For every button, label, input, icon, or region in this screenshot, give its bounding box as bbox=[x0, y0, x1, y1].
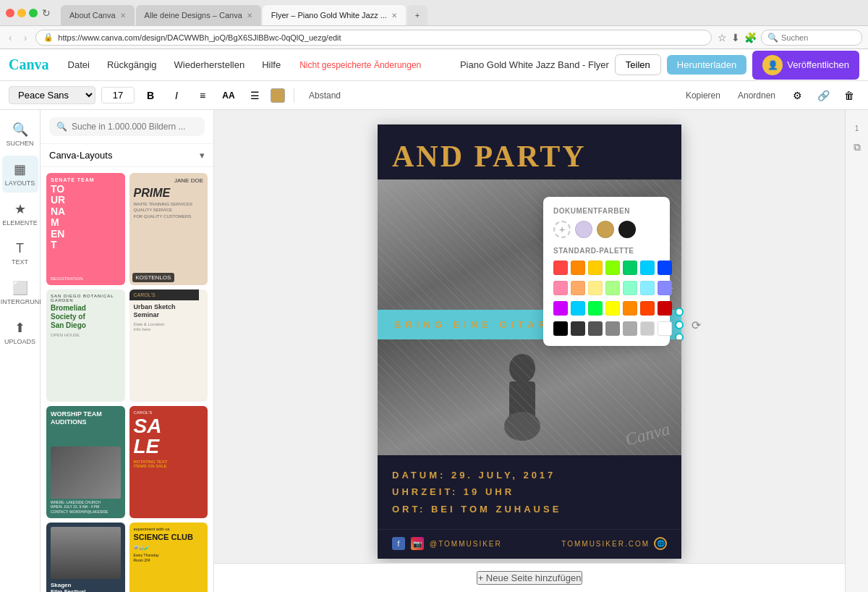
color-pink[interactable] bbox=[553, 281, 568, 295]
color-lime[interactable] bbox=[605, 261, 620, 275]
color-lavender[interactable] bbox=[658, 281, 672, 295]
color-sky[interactable] bbox=[640, 281, 655, 295]
font-family-select[interactable]: Peace Sans bbox=[9, 86, 95, 104]
doc-swatch-2[interactable] bbox=[597, 221, 614, 238]
menu-undo[interactable]: Rückgängig bbox=[103, 56, 161, 73]
color-white[interactable] bbox=[658, 321, 672, 336]
tab-new[interactable]: + bbox=[407, 5, 427, 25]
menu-file[interactable]: Datei bbox=[64, 56, 94, 73]
minimize-window-btn[interactable] bbox=[17, 9, 26, 17]
tab-flyer[interactable]: Flyer – Piano Gold White Jazz ... ✕ bbox=[263, 5, 406, 25]
color-mid-gray[interactable] bbox=[588, 321, 603, 336]
menu-help[interactable]: Hilfe bbox=[258, 56, 285, 73]
download-indicator-icon[interactable]: ⬇ bbox=[731, 32, 740, 43]
color-peach[interactable] bbox=[571, 281, 585, 295]
search-wrap[interactable]: 🔍 bbox=[49, 117, 205, 136]
text-size-button[interactable]: AA bbox=[218, 85, 239, 106]
browser-search-bar[interactable]: 🔍 bbox=[761, 30, 862, 46]
more-options-btn[interactable]: ⚙ bbox=[787, 85, 807, 106]
maximize-window-btn[interactable] bbox=[29, 9, 38, 17]
instagram-icon[interactable]: 📷 bbox=[411, 537, 424, 550]
url-bar[interactable]: 🔒 https://www.canva.com/design/DACWWBh_j… bbox=[35, 30, 712, 46]
template-prime[interactable]: JANE DOE PRIME WHITE TRAINING SERVICESQU… bbox=[129, 173, 208, 285]
bold-button[interactable]: B bbox=[140, 85, 161, 106]
template-sale[interactable]: CAROL'S SALE ROTATING TEXTITEMS ON SALE bbox=[129, 406, 208, 518]
color-bright-yellow[interactable] bbox=[605, 301, 620, 316]
forward-btn[interactable]: › bbox=[21, 30, 30, 45]
spacing-button[interactable]: Abstand bbox=[303, 88, 346, 103]
template-skagen[interactable]: SkagenFilm Festival Skagen Arts Theatre … bbox=[46, 523, 125, 592]
template-science[interactable]: experiment with us SCIENCE CLUB ⚗️🔬🧪 Eve… bbox=[129, 523, 208, 592]
refresh-btn[interactable]: ↻ bbox=[42, 7, 51, 19]
add-page-button[interactable]: + Neue Seite hinzufügen bbox=[477, 571, 583, 585]
template-worship[interactable]: WORSHIP TEAMAUDITIONS WHERE: LAKESIDE CH… bbox=[46, 406, 125, 518]
tab-close-icon[interactable]: ✕ bbox=[247, 12, 252, 20]
trash-btn[interactable]: 🗑 bbox=[839, 85, 859, 106]
color-red-orange[interactable] bbox=[640, 301, 655, 316]
color-very-light-gray[interactable] bbox=[640, 321, 655, 336]
color-dark-gray[interactable] bbox=[571, 321, 585, 336]
color-light-gray[interactable] bbox=[623, 321, 637, 336]
template-tournament[interactable]: SENATE TEAM TOURNAMENT REGISTRATION bbox=[46, 173, 125, 285]
publish-button[interactable]: 👤 Veröffentlichen bbox=[752, 51, 859, 80]
color-light-green[interactable] bbox=[605, 281, 620, 295]
sidebar-item-elements[interactable]: ★ ELEMENTE bbox=[2, 195, 38, 232]
copy-page-icon[interactable]: ⧉ bbox=[854, 141, 861, 153]
canvas-wrapper: AND PARTY bbox=[214, 110, 845, 573]
color-teal[interactable] bbox=[571, 301, 585, 316]
color-orange[interactable] bbox=[571, 261, 585, 275]
sidebar-item-uploads[interactable]: ⬆ UPLOADS bbox=[2, 314, 38, 351]
extension-icon[interactable]: 🧩 bbox=[744, 32, 757, 43]
bookmark-icon[interactable]: ☆ bbox=[718, 32, 727, 43]
download-button[interactable]: Herunterladen bbox=[667, 55, 746, 75]
sidebar-item-layouts[interactable]: ▦ LAYOUTS bbox=[2, 156, 38, 193]
canva-logo[interactable]: Canva bbox=[9, 56, 49, 73]
document-title[interactable]: Piano Gold White Jazz Band - Flyer bbox=[460, 59, 609, 70]
add-color-btn[interactable]: + bbox=[553, 221, 571, 238]
font-size-input[interactable] bbox=[101, 87, 135, 103]
tab-about-canva[interactable]: About Canva ✕ bbox=[61, 5, 135, 25]
color-purple[interactable] bbox=[553, 301, 568, 316]
selection-handle-top-right[interactable] bbox=[675, 308, 684, 316]
color-blue[interactable] bbox=[658, 261, 672, 275]
layouts-dropdown[interactable]: Canva-Layouts ▾ bbox=[41, 144, 213, 167]
template-search-input[interactable] bbox=[72, 122, 197, 132]
color-dark-red[interactable] bbox=[658, 301, 672, 316]
template-preview: SkagenFilm Festival Skagen Arts Theatre … bbox=[46, 523, 125, 592]
sidebar-item-search[interactable]: 🔍 SUCHEN bbox=[2, 116, 38, 153]
color-swatch-picker[interactable] bbox=[271, 88, 285, 103]
color-red[interactable] bbox=[553, 261, 568, 275]
link-btn[interactable]: 🔗 bbox=[813, 85, 833, 106]
sidebar-item-text[interactable]: T TEXT bbox=[2, 235, 38, 271]
align-button[interactable]: ≡ bbox=[192, 85, 213, 106]
template-bromeliad[interactable]: SAN DIEGO BOTANICAL GARDEN BromeliadSoci… bbox=[46, 289, 125, 402]
share-button[interactable]: Teilen bbox=[615, 54, 661, 75]
copy-button[interactable]: Kopieren bbox=[680, 88, 726, 103]
arrange-button[interactable]: Anordnen bbox=[732, 88, 781, 103]
doc-swatch-3[interactable] bbox=[618, 221, 636, 238]
selection-handle-right[interactable] bbox=[675, 321, 684, 329]
tab-close-icon[interactable]: ✕ bbox=[391, 12, 397, 20]
sidebar-item-background[interactable]: ⬜ HINTERGRUND bbox=[2, 274, 38, 311]
color-cyan[interactable] bbox=[640, 261, 655, 275]
color-gray[interactable] bbox=[605, 321, 620, 336]
color-black[interactable] bbox=[553, 321, 568, 336]
facebook-icon[interactable]: f bbox=[392, 537, 405, 550]
list-button[interactable]: ☰ bbox=[244, 85, 265, 106]
color-emerald[interactable] bbox=[588, 301, 603, 316]
color-mint[interactable] bbox=[623, 281, 637, 295]
template-urban[interactable]: CAROL'S Urban SketchSeminar Date & Locat… bbox=[129, 289, 208, 402]
color-light-yellow[interactable] bbox=[588, 281, 603, 295]
menu-redo[interactable]: Wiederherstellen bbox=[170, 56, 250, 73]
color-yellow[interactable] bbox=[588, 261, 603, 275]
tab-close-icon[interactable]: ✕ bbox=[120, 12, 126, 20]
tab-alle-designs[interactable]: Alle deine Designs – Canva ✕ bbox=[136, 5, 261, 25]
browser-search-input[interactable] bbox=[781, 33, 854, 42]
color-amber[interactable] bbox=[623, 301, 637, 316]
close-window-btn[interactable] bbox=[6, 9, 14, 17]
italic-button[interactable]: I bbox=[166, 85, 187, 106]
back-btn[interactable]: ‹ bbox=[6, 30, 15, 45]
doc-swatch-1[interactable] bbox=[575, 221, 592, 238]
rotate-handle[interactable]: ⟳ bbox=[692, 318, 701, 331]
color-green[interactable] bbox=[623, 261, 637, 275]
